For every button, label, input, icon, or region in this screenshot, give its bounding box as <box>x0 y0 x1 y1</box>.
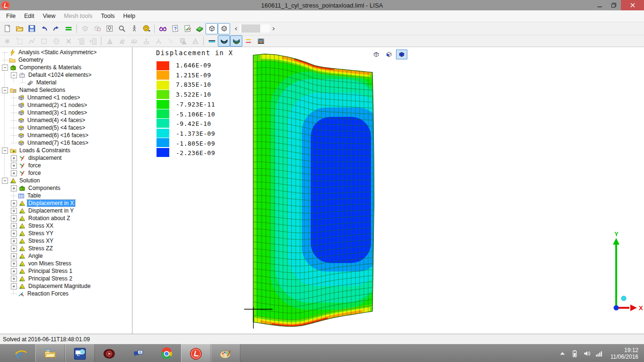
taskbar-app-lisa[interactable] <box>181 344 211 362</box>
tree-item-unnamed-6-16-faces[interactable]: Unnamed(6) <16 faces> <box>0 132 132 139</box>
taskbar-clock[interactable]: 19:12 11/06/2016 <box>611 347 638 360</box>
taskbar-app-remote-desktop[interactable] <box>65 344 95 362</box>
collapse-minus-icon[interactable] <box>2 65 8 71</box>
expand-plus-icon[interactable] <box>11 215 17 222</box>
taskbar-app-messaging[interactable] <box>124 344 152 362</box>
collapse-minus-icon[interactable] <box>2 178 8 184</box>
tree-item-components[interactable]: Components <box>0 184 132 192</box>
tree-item-principal-stress-2[interactable]: Principal Stress 2 <box>0 275 132 282</box>
display-options-button[interactable] <box>157 23 169 34</box>
expand-plus-icon[interactable] <box>11 261 17 267</box>
expand-plus-icon[interactable] <box>11 230 17 237</box>
expand-plus-icon[interactable] <box>11 170 17 176</box>
shaded-cube-toggle[interactable] <box>206 23 218 34</box>
tree-item-displacement-in-y[interactable]: Displacement in Y <box>0 207 132 214</box>
scroll-thumb[interactable] <box>241 25 260 33</box>
expand-plus-icon[interactable] <box>11 185 17 191</box>
report-button[interactable] <box>181 23 193 34</box>
node-values-view-button[interactable] <box>371 49 382 59</box>
taskbar-app-media-player[interactable] <box>95 344 124 362</box>
menu-file[interactable]: File <box>2 11 20 21</box>
mesh-cube-toggle[interactable] <box>218 23 230 34</box>
deformed-undeformed-toggle[interactable] <box>230 35 242 47</box>
tree-item-unnamed-1-nodes[interactable]: Unnamed <1 nodes> <box>0 94 132 101</box>
tree-item-loads-constraints[interactable]: Loads & Constraints <box>0 147 132 154</box>
zoom-button[interactable] <box>116 23 128 34</box>
redo-button[interactable] <box>50 23 62 34</box>
tree-item-force[interactable]: force <box>0 169 132 177</box>
tree-item-unnamed-7-16-faces[interactable]: Unnamed(7) <16 faces> <box>0 139 132 147</box>
taskbar-app-paint[interactable] <box>211 344 240 362</box>
expand-plus-icon[interactable] <box>11 200 17 206</box>
tree-item-displacement-in-x[interactable]: Displacement in X <box>0 199 132 207</box>
new-file-button[interactable] <box>1 23 13 34</box>
tree-item-force[interactable]: force <box>0 162 132 169</box>
tree-item-named-selections[interactable]: Named Selections <box>0 86 132 94</box>
expand-plus-icon[interactable] <box>11 238 17 244</box>
model-canvas[interactable]: YX <box>132 47 644 334</box>
collapse-minus-icon[interactable] <box>11 72 17 78</box>
tree-item-reaction-forces[interactable]: Reaction Forces <box>0 290 132 297</box>
solve-button[interactable] <box>62 23 74 34</box>
expand-plus-icon[interactable] <box>11 276 17 282</box>
expand-plus-icon[interactable] <box>11 163 17 169</box>
tree-item-stress-zz[interactable]: Stress ZZ <box>0 245 132 252</box>
network-indicator-icon[interactable] <box>595 350 603 357</box>
menu-tools[interactable]: Tools <box>97 11 119 21</box>
expand-plus-icon[interactable] <box>11 253 17 259</box>
menu-view[interactable]: View <box>39 11 60 21</box>
taskbar-app-internet-explorer[interactable]: e <box>7 344 35 362</box>
tree-item-components-materials[interactable]: Components & Materials <box>0 64 132 71</box>
tree-item-material[interactable]: Material <box>0 79 132 86</box>
close-button[interactable] <box>621 0 644 10</box>
tree-item-rotation-about-z[interactable]: Rotation about Z <box>0 214 132 222</box>
tree-item-stress-yy[interactable]: Stress YY <box>0 230 132 237</box>
undeformed-shape-button[interactable] <box>206 35 218 47</box>
menu-edit[interactable]: Edit <box>20 11 39 21</box>
expand-plus-icon[interactable] <box>11 246 17 252</box>
tree-item-table[interactable]: Table <box>0 192 132 199</box>
tree-item-displacement-magnitude[interactable]: Displacement Magnitude <box>0 282 132 290</box>
expand-plus-icon[interactable] <box>11 223 17 229</box>
scroll-right-button[interactable] <box>270 25 277 33</box>
scroll-track[interactable] <box>239 25 270 33</box>
tree-item-unnamed-2-1-nodes[interactable]: Unnamed(2) <1 nodes> <box>0 101 132 109</box>
time-step-scrollbar[interactable] <box>232 25 277 33</box>
tree-item-unnamed-5-4-faces[interactable]: Unnamed(5) <4 faces> <box>0 124 132 132</box>
animate-button[interactable] <box>255 35 267 47</box>
tree-item-analysis-static-axisymmetric[interactable]: Analysis <Static Axisymmetric> <box>0 49 132 56</box>
show-loads-button[interactable] <box>242 35 255 47</box>
open-file-button[interactable] <box>13 23 25 34</box>
tree-item-solution[interactable]: Solution <box>0 177 132 184</box>
tree-item-default-1024-elements[interactable]: Default <1024 elements> <box>0 71 132 79</box>
tree-item-von-mises-stress[interactable]: von Mises Stress <box>0 260 132 267</box>
save-button[interactable] <box>25 23 38 34</box>
tree-item-unnamed-4-4-faces[interactable]: Unnamed(4) <4 faces> <box>0 116 132 124</box>
minimize-button[interactable] <box>593 0 607 10</box>
element-values-view-button[interactable] <box>383 49 395 59</box>
contour-view-button[interactable] <box>396 49 407 59</box>
tree-item-displacement[interactable]: displacement <box>0 154 132 162</box>
undo-button[interactable] <box>38 23 50 34</box>
walkthrough-button[interactable] <box>128 23 140 34</box>
tree-item-angle[interactable]: Angle <box>0 252 132 260</box>
measure-button[interactable] <box>140 23 152 34</box>
taskbar-app-chrome[interactable] <box>152 344 181 362</box>
collapse-minus-icon[interactable] <box>2 87 8 93</box>
menu-mesh-tools[interactable]: Mesh tools <box>60 11 97 21</box>
zoom-window-button[interactable] <box>103 23 116 34</box>
collapse-minus-icon[interactable] <box>2 148 8 154</box>
clear-button[interactable] <box>193 23 206 34</box>
expand-plus-icon[interactable] <box>11 155 17 161</box>
volume-indicator-icon[interactable] <box>583 350 591 357</box>
deformed-shape-toggle[interactable] <box>218 35 230 47</box>
tree-item-stress-xx[interactable]: Stress XX <box>0 222 132 230</box>
tree-item-stress-xy[interactable]: Stress XY <box>0 237 132 245</box>
tree-item-geometry[interactable]: Geometry <box>0 56 132 64</box>
tree-item-unnamed-3-1-nodes[interactable]: Unnamed(3) <1 nodes> <box>0 109 132 116</box>
tree-item-principal-stress-1[interactable]: Principal Stress 1 <box>0 267 132 275</box>
model-viewport[interactable]: YX Displacement in X 1.646E-091.215E-097… <box>132 47 644 334</box>
scroll-left-button[interactable] <box>232 25 239 33</box>
taskbar-app-file-explorer[interactable] <box>35 344 65 362</box>
menu-help[interactable]: Help <box>119 11 140 21</box>
